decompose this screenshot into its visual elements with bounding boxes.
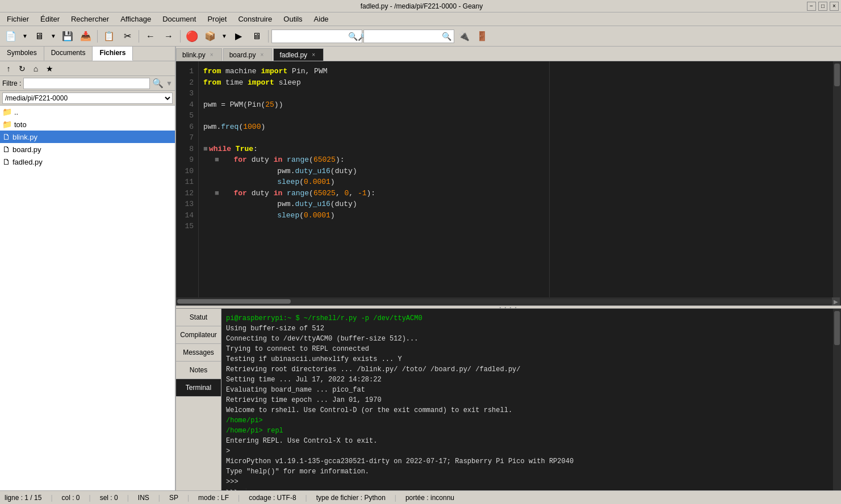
bottom-tab-messages[interactable]: Messages: [176, 344, 221, 362]
status-sep-1: |: [51, 494, 52, 502]
code-area[interactable]: from machine import Pin, PWM from time i…: [199, 61, 549, 297]
filter-dropdown-icon[interactable]: ▼: [166, 79, 173, 87]
nav-home-button[interactable]: ⌂: [30, 63, 42, 74]
window-title: fadled.py - /media/pi/F221-0000 - Geany: [36, 2, 807, 10]
file-icon-blink: 🗋: [2, 132, 10, 141]
build-button[interactable]: 📦: [202, 28, 219, 44]
new-dropdown-button[interactable]: ▼: [20, 28, 30, 44]
nav-bookmark-button[interactable]: ★: [43, 63, 56, 74]
term-line-6: Retrieving root directories ... /blink.p…: [226, 364, 829, 375]
maximize-button[interactable]: □: [818, 2, 827, 11]
tab-close-board[interactable]: ×: [258, 51, 266, 59]
term-line-13: Entering REPL. Use Control-X to exit.: [226, 436, 829, 446]
menu-affichage[interactable]: Affichage: [116, 14, 156, 24]
tab-close-fadled[interactable]: ×: [309, 51, 317, 59]
cut-button[interactable]: ✂: [119, 28, 136, 44]
tree-item-label-toto: toto: [14, 120, 27, 129]
forward-button[interactable]: →: [160, 28, 177, 44]
filter-input[interactable]: [23, 78, 150, 89]
tree-item-toto[interactable]: 📁 toto: [0, 118, 175, 131]
line-numbers: 1 2 3 4 5 6 7 8 9 10 11 12 13 14 15: [176, 61, 199, 297]
bottom-tabs: Statut Compilateur Messages Notes Termin…: [176, 309, 221, 490]
nav-refresh-button[interactable]: ↻: [16, 63, 28, 74]
terminal-vscroll-thumb[interactable]: [834, 311, 840, 345]
editor-container: 1 2 3 4 5 6 7 8 9 10 11 12 13 14 15 from…: [176, 61, 841, 297]
file-tree: 📁 .. 📁 toto 🗋 blink.py 🗋 board.py 🗋 fadl…: [0, 106, 175, 490]
status-sep-6: |: [238, 494, 240, 502]
file-icon-fadled: 🗋: [2, 157, 10, 166]
sidebar-tab-fichiers[interactable]: Fichiers: [93, 47, 133, 61]
term-line-11: /home/pi>: [226, 415, 829, 426]
run-button[interactable]: ▶: [230, 28, 247, 44]
quit-button[interactable]: 🚪: [474, 28, 491, 44]
menu-editer[interactable]: Éditer: [36, 14, 64, 24]
menubar: Fichier Éditer Rechercher Affichage Docu…: [0, 12, 841, 26]
term-line-5: Testing if ubinascii.unhexlify exists ..…: [226, 354, 829, 364]
toolbar-sep-3: [180, 30, 181, 43]
tab-blink[interactable]: blink.py ×: [176, 48, 222, 61]
editor-main[interactable]: 1 2 3 4 5 6 7 8 9 10 11 12 13 14 15 from…: [176, 61, 549, 297]
build-dropdown-button[interactable]: ▼: [220, 28, 229, 44]
close-button[interactable]: ×: [830, 2, 839, 11]
bottom-tab-compilateur[interactable]: Compilateur: [176, 326, 221, 344]
term-line-17: >>>: [226, 477, 829, 487]
new-file-button[interactable]: 📄: [2, 28, 19, 44]
editor-hscroll-thumb[interactable]: [177, 299, 291, 304]
terminal-vscrollbar[interactable]: [833, 309, 841, 490]
search-input-1[interactable]: [274, 32, 348, 40]
bottom-tab-terminal[interactable]: Terminal: [176, 379, 221, 397]
search-input-2[interactable]: [366, 32, 442, 40]
menu-projet[interactable]: Projet: [203, 14, 231, 24]
nav-up-button[interactable]: ↑: [2, 63, 15, 74]
toolbar-sep-1: [97, 30, 98, 43]
sidebar-tab-symboles[interactable]: Symboles: [0, 47, 44, 61]
menu-document[interactable]: Document: [158, 14, 200, 24]
tree-item-dotdot[interactable]: 📁 ..: [0, 106, 175, 118]
menu-outils[interactable]: Outils: [279, 14, 307, 24]
main-area: Symboles Documents Fichiers ↑ ↻ ⌂ ★ Filt…: [0, 47, 841, 490]
tree-item-board[interactable]: 🗋 board.py: [0, 143, 175, 156]
status-line: ligne : 1 / 15: [5, 494, 41, 502]
editor-vscroll-thumb[interactable]: [834, 64, 840, 86]
folder-icon-toto: 📁: [2, 120, 12, 129]
tab-board[interactable]: board.py ×: [223, 48, 273, 61]
bottom-tab-statut[interactable]: Statut: [176, 309, 221, 326]
save-file-button[interactable]: 💾: [59, 28, 76, 44]
clear-search-icon-2[interactable]: 🔍: [442, 32, 451, 41]
minimize-button[interactable]: −: [807, 2, 816, 11]
term-line-15: MicroPython v1.19.1-135-gcca230521-dirty…: [226, 456, 829, 467]
tab-fadled[interactable]: fadled.py ×: [273, 48, 324, 61]
file-icon-board: 🗋: [2, 145, 10, 154]
editor-tabs: blink.py × board.py × fadled.py ×: [176, 47, 841, 61]
folder-icon-dotdot: 📁: [2, 107, 12, 116]
path-dropdown[interactable]: /media/pi/F221-0000: [2, 93, 173, 104]
save-all-button[interactable]: 📥: [77, 28, 94, 44]
terminal[interactable]: pi@raspberrypi:~ $ ~/rshell/r.py -p /dev…: [221, 309, 833, 490]
open-file-button[interactable]: 🖥: [31, 28, 48, 44]
plugin-manager-button[interactable]: 🔌: [455, 28, 472, 44]
sidebar-tabs: Symboles Documents Fichiers: [0, 47, 175, 61]
tree-item-fadled[interactable]: 🗋 fadled.py: [0, 156, 175, 168]
menu-aide[interactable]: Aide: [309, 14, 333, 24]
bottom-tab-notes[interactable]: Notes: [176, 362, 221, 379]
compile-button[interactable]: 🔴: [183, 28, 200, 44]
clear-search-icon-1[interactable]: 🔍: [348, 32, 358, 41]
term-line-4: Trying to connect to REPL connected: [226, 344, 829, 354]
editor-vscrollbar[interactable]: [833, 61, 841, 297]
menu-fichier[interactable]: Fichier: [2, 14, 34, 24]
filter-clear-icon[interactable]: 🔍: [152, 78, 164, 89]
term-line-12: /home/pi> repl: [226, 426, 829, 436]
toolbar-sep-2: [139, 30, 139, 43]
menu-construire[interactable]: Construire: [233, 14, 277, 24]
menu-rechercher[interactable]: Rechercher: [66, 14, 114, 24]
open-dropdown-button[interactable]: ▼: [49, 28, 58, 44]
screen-button[interactable]: 🖥: [248, 28, 265, 44]
tab-close-blink[interactable]: ×: [208, 51, 216, 59]
close-file-button[interactable]: 📋: [101, 28, 118, 44]
tree-item-blink[interactable]: 🗋 blink.py: [0, 131, 175, 143]
toolbar: 📄 ▼ 🖥 ▼ 💾 📥 📋 ✂ ← → 🔴 📦 ▼ ▶ 🖥 🔍 🔎 🔍 🔌 🚪: [0, 26, 841, 47]
toolbar-sep-4: [268, 30, 269, 43]
scroll-corner: ▶: [832, 297, 840, 305]
sidebar-tab-documents[interactable]: Documents: [44, 47, 93, 61]
back-button[interactable]: ←: [142, 28, 159, 44]
